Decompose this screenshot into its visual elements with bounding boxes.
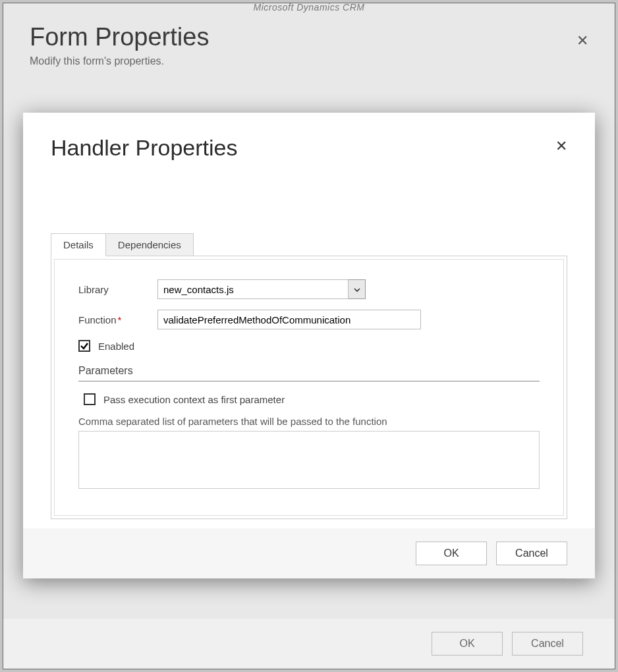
form-properties-cancel-button[interactable]: Cancel bbox=[512, 632, 583, 656]
handler-tabs: Details Dependencies bbox=[51, 233, 567, 256]
handler-ok-button[interactable]: OK bbox=[416, 542, 487, 565]
handler-footer: OK Cancel bbox=[23, 528, 595, 578]
library-dropdown-button[interactable] bbox=[349, 279, 366, 299]
parameters-title: Parameters bbox=[78, 365, 540, 377]
spacer bbox=[23, 167, 595, 233]
form-properties-ok-button[interactable]: OK bbox=[432, 632, 503, 656]
library-select bbox=[157, 279, 366, 299]
handler-panel: Library Function* bbox=[51, 256, 567, 519]
form-properties-subtitle: Modify this form's properties. bbox=[30, 55, 209, 67]
handler-close-icon[interactable]: ✕ bbox=[555, 138, 567, 155]
form-properties-close-icon[interactable]: ✕ bbox=[576, 32, 588, 49]
enabled-row: Enabled bbox=[78, 340, 540, 352]
parameters-hint: Comma separated list of parameters that … bbox=[78, 416, 540, 427]
library-row: Library bbox=[78, 279, 540, 299]
function-row: Function* bbox=[78, 310, 540, 329]
pass-context-row: Pass execution context as first paramete… bbox=[84, 393, 540, 405]
form-properties-header: Form Properties Modify this form's prope… bbox=[30, 23, 209, 67]
handler-header: Handler Properties ✕ bbox=[23, 113, 595, 167]
library-label: Library bbox=[78, 284, 157, 295]
library-input[interactable] bbox=[157, 279, 349, 299]
enabled-checkbox[interactable] bbox=[78, 340, 90, 352]
check-icon bbox=[80, 341, 89, 350]
enabled-label: Enabled bbox=[98, 341, 134, 352]
handler-cancel-button[interactable]: Cancel bbox=[496, 542, 567, 565]
handler-properties-dialog: Handler Properties ✕ Details Dependencie… bbox=[23, 113, 595, 578]
function-label: Function* bbox=[78, 314, 157, 325]
tab-dependencies[interactable]: Dependencies bbox=[105, 233, 194, 256]
form-properties-window: Microsoft Dynamics CRM Form Properties M… bbox=[3, 3, 615, 669]
form-properties-title: Form Properties bbox=[30, 23, 209, 51]
function-label-text: Function bbox=[78, 314, 117, 325]
parameters-textarea[interactable] bbox=[78, 431, 540, 489]
pass-context-label: Pass execution context as first paramete… bbox=[103, 394, 285, 405]
divider bbox=[78, 381, 540, 381]
pass-context-checkbox[interactable] bbox=[84, 393, 96, 405]
brand-label: Microsoft Dynamics CRM bbox=[3, 2, 615, 13]
required-mark: * bbox=[118, 314, 122, 325]
tab-details[interactable]: Details bbox=[51, 233, 106, 256]
handler-title: Handler Properties bbox=[51, 135, 567, 161]
handler-panel-inner: Library Function* bbox=[54, 259, 564, 516]
form-properties-footer: OK Cancel bbox=[3, 619, 615, 669]
chevron-down-icon bbox=[354, 284, 360, 295]
function-input[interactable] bbox=[157, 310, 421, 329]
